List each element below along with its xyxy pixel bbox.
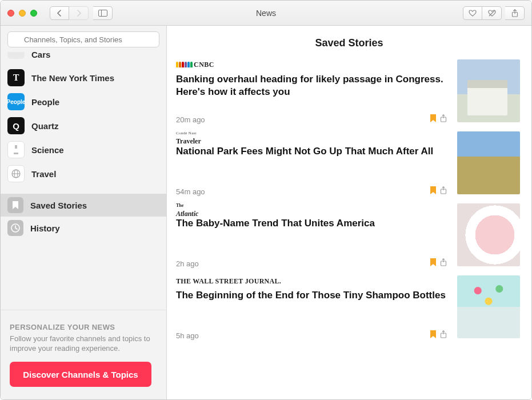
story-item[interactable]: THE WALL STREET JOURNAL. The Beginning o… — [167, 275, 531, 347]
share-button[interactable] — [505, 6, 525, 20]
toggle-sidebar-button[interactable] — [93, 6, 113, 20]
story-headline: The Baby-Name Trend That Unites America — [176, 217, 447, 230]
discover-channels-button[interactable]: Discover Channels & Topics — [10, 362, 151, 387]
channel-icon — [7, 165, 25, 182]
cnbc-logo-icon — [176, 62, 193, 67]
sidebar-item-history[interactable]: History — [1, 217, 166, 239]
sidebar-item-quartz[interactable]: Q Quartz — [1, 114, 166, 138]
content-area: Saved Stories CNBC Bankin — [167, 26, 531, 399]
sidebar-item-label: History — [30, 223, 60, 233]
channel-icon: People — [7, 93, 25, 110]
bookmark-icon[interactable] — [430, 186, 437, 197]
back-button[interactable] — [50, 6, 69, 20]
story-timestamp: 54m ago — [176, 187, 205, 196]
story-list: CNBC Banking overhaul heading for likely… — [167, 59, 531, 399]
story-thumbnail — [457, 131, 520, 194]
sidebar-item-label: Quartz — [31, 121, 59, 131]
page-title: Saved Stories — [167, 26, 531, 59]
bookmark-icon[interactable] — [430, 330, 437, 341]
sidebar-item-nyt[interactable]: T The New York Times — [1, 66, 166, 90]
channel-icon — [7, 141, 25, 158]
story-thumbnail — [457, 275, 520, 338]
window-controls — [7, 10, 37, 17]
titlebar: News — [1, 1, 531, 26]
personalize-title: PERSONALIZE YOUR NEWS — [10, 323, 157, 331]
history-icon — [7, 220, 23, 236]
story-item[interactable]: Condé NastTraveler National Park Fees Mi… — [167, 131, 531, 203]
personalize-panel: PERSONALIZE YOUR NEWS Follow your favori… — [1, 310, 166, 399]
story-headline: Banking overhaul heading for likely pass… — [176, 73, 447, 98]
story-source: TheAtlantic — [176, 203, 447, 214]
maximize-window-button[interactable] — [30, 10, 37, 17]
share-icon[interactable] — [440, 258, 447, 269]
app-window: News — [0, 0, 532, 400]
channel-icon — [7, 52, 25, 59]
sidebar-item-travel[interactable]: Travel — [1, 162, 166, 186]
story-headline: National Park Fees Might Not Go Up That … — [176, 145, 447, 158]
bookmark-icon[interactable] — [430, 258, 437, 269]
channel-icon: T — [7, 69, 25, 86]
channel-icon: Q — [7, 117, 25, 134]
sidebar-item-label: Science — [31, 145, 64, 155]
share-icon[interactable] — [440, 330, 447, 341]
story-thumbnail — [457, 59, 520, 122]
dislike-button[interactable] — [482, 6, 502, 20]
channel-list: Cars T The New York Times People People … — [1, 52, 166, 310]
close-window-button[interactable] — [7, 10, 14, 17]
sidebar-item-science[interactable]: Science — [1, 138, 166, 162]
personalize-subtitle: Follow your favorite channels and topics… — [10, 334, 157, 354]
bookmark-icon — [7, 197, 23, 213]
forward-button[interactable] — [69, 6, 89, 20]
story-source: CNBC — [176, 59, 447, 70]
story-thumbnail — [457, 203, 520, 266]
minimize-window-button[interactable] — [19, 10, 26, 17]
story-item[interactable]: TheAtlantic The Baby-Name Trend That Uni… — [167, 203, 531, 275]
sidebar-item-label: People — [31, 97, 59, 107]
bookmark-icon[interactable] — [430, 114, 437, 125]
story-timestamp: 20m ago — [176, 115, 205, 124]
share-icon[interactable] — [440, 114, 447, 125]
sidebar-item-label: Travel — [31, 169, 56, 179]
sidebar-item-label: The New York Times — [31, 73, 114, 83]
svg-rect-6 — [15, 145, 17, 149]
sidebar: Cars T The New York Times People People … — [1, 26, 167, 399]
sidebar-item-label: Saved Stories — [30, 201, 87, 210]
story-headline: The Beginning of the End for Those Tiny … — [176, 289, 447, 302]
story-timestamp: 2h ago — [176, 259, 199, 268]
svg-rect-7 — [14, 153, 18, 154]
share-icon[interactable] — [440, 186, 447, 197]
sidebar-item-label: Cars — [31, 52, 50, 59]
sidebar-item-cars[interactable]: Cars — [1, 52, 166, 66]
story-timestamp: 5h ago — [176, 331, 199, 340]
sidebar-item-saved-stories[interactable]: Saved Stories — [1, 194, 166, 217]
sidebar-item-people[interactable]: People People — [1, 90, 166, 114]
svg-rect-0 — [98, 10, 107, 16]
search-input[interactable] — [7, 31, 159, 47]
like-button[interactable] — [463, 6, 482, 20]
story-item[interactable]: CNBC Banking overhaul heading for likely… — [167, 59, 531, 131]
story-source: THE WALL STREET JOURNAL. — [176, 275, 447, 286]
story-source: Condé NastTraveler — [176, 131, 447, 142]
